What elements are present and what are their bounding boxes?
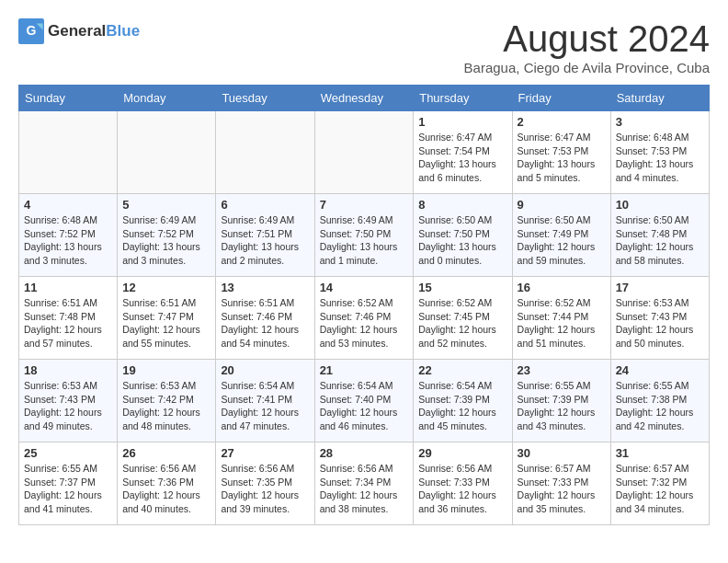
calendar-week-row: 18Sunrise: 6:53 AM Sunset: 7:43 PM Dayli… bbox=[19, 360, 710, 442]
day-info: Sunrise: 6:52 AM Sunset: 7:45 PM Dayligh… bbox=[418, 296, 506, 350]
day-number: 7 bbox=[320, 198, 409, 212]
day-info: Sunrise: 6:57 AM Sunset: 7:32 PM Dayligh… bbox=[616, 462, 704, 516]
calendar-cell: 29Sunrise: 6:56 AM Sunset: 7:33 PM Dayli… bbox=[414, 442, 512, 525]
day-number: 4 bbox=[24, 198, 112, 212]
column-header-saturday: Saturday bbox=[610, 86, 709, 111]
day-info: Sunrise: 6:51 AM Sunset: 7:46 PM Dayligh… bbox=[221, 296, 309, 350]
day-info: Sunrise: 6:55 AM Sunset: 7:37 PM Dayligh… bbox=[24, 462, 112, 516]
day-number: 21 bbox=[320, 363, 409, 377]
calendar-cell bbox=[19, 111, 118, 194]
day-number: 1 bbox=[418, 115, 506, 129]
day-number: 15 bbox=[418, 281, 506, 294]
logo-blue: Blue bbox=[106, 22, 140, 40]
calendar-cell: 22Sunrise: 6:54 AM Sunset: 7:39 PM Dayli… bbox=[414, 360, 512, 442]
calendar-cell: 23Sunrise: 6:55 AM Sunset: 7:39 PM Dayli… bbox=[512, 360, 610, 442]
calendar-header-row: SundayMondayTuesdayWednesdayThursdayFrid… bbox=[19, 86, 710, 111]
day-info: Sunrise: 6:50 AM Sunset: 7:48 PM Dayligh… bbox=[616, 213, 704, 268]
calendar-cell: 18Sunrise: 6:53 AM Sunset: 7:43 PM Dayli… bbox=[19, 360, 118, 442]
day-info: Sunrise: 6:49 AM Sunset: 7:51 PM Dayligh… bbox=[221, 213, 309, 268]
day-info: Sunrise: 6:47 AM Sunset: 7:53 PM Dayligh… bbox=[518, 131, 606, 185]
calendar-cell bbox=[314, 111, 414, 194]
calendar-cell: 6Sunrise: 6:49 AM Sunset: 7:51 PM Daylig… bbox=[216, 194, 314, 277]
column-header-sunday: Sunday bbox=[19, 86, 118, 111]
calendar-cell: 3Sunrise: 6:48 AM Sunset: 7:53 PM Daylig… bbox=[610, 111, 709, 194]
day-info: Sunrise: 6:55 AM Sunset: 7:39 PM Dayligh… bbox=[518, 379, 606, 433]
column-header-friday: Friday bbox=[512, 86, 610, 111]
calendar-cell: 11Sunrise: 6:51 AM Sunset: 7:48 PM Dayli… bbox=[19, 277, 118, 360]
day-info: Sunrise: 6:47 AM Sunset: 7:54 PM Dayligh… bbox=[418, 131, 506, 185]
day-number: 30 bbox=[518, 446, 606, 460]
calendar-cell: 10Sunrise: 6:50 AM Sunset: 7:48 PM Dayli… bbox=[610, 194, 709, 277]
calendar-cell bbox=[118, 111, 216, 194]
day-info: Sunrise: 6:54 AM Sunset: 7:41 PM Dayligh… bbox=[221, 379, 309, 433]
day-info: Sunrise: 6:50 AM Sunset: 7:50 PM Dayligh… bbox=[418, 213, 506, 268]
calendar-cell: 5Sunrise: 6:49 AM Sunset: 7:52 PM Daylig… bbox=[118, 194, 216, 277]
month-title: August 2024 bbox=[464, 18, 710, 60]
column-header-wednesday: Wednesday bbox=[314, 86, 414, 111]
day-info: Sunrise: 6:53 AM Sunset: 7:43 PM Dayligh… bbox=[24, 379, 112, 433]
day-number: 25 bbox=[24, 446, 112, 460]
day-number: 17 bbox=[616, 281, 704, 294]
calendar-cell: 8Sunrise: 6:50 AM Sunset: 7:50 PM Daylig… bbox=[414, 194, 512, 277]
day-number: 28 bbox=[320, 446, 409, 460]
calendar-cell: 16Sunrise: 6:52 AM Sunset: 7:44 PM Dayli… bbox=[512, 277, 610, 360]
calendar-cell bbox=[216, 111, 314, 194]
calendar-cell: 28Sunrise: 6:56 AM Sunset: 7:34 PM Dayli… bbox=[314, 442, 414, 525]
day-number: 13 bbox=[221, 281, 309, 294]
day-number: 16 bbox=[518, 281, 606, 294]
calendar-cell: 4Sunrise: 6:48 AM Sunset: 7:52 PM Daylig… bbox=[19, 194, 118, 277]
day-number: 5 bbox=[122, 198, 210, 212]
column-header-monday: Monday bbox=[118, 86, 216, 111]
day-info: Sunrise: 6:55 AM Sunset: 7:38 PM Dayligh… bbox=[616, 379, 704, 433]
calendar-week-row: 25Sunrise: 6:55 AM Sunset: 7:37 PM Dayli… bbox=[19, 442, 710, 525]
calendar-cell: 31Sunrise: 6:57 AM Sunset: 7:32 PM Dayli… bbox=[610, 442, 709, 525]
day-info: Sunrise: 6:48 AM Sunset: 7:52 PM Dayligh… bbox=[24, 213, 112, 268]
day-info: Sunrise: 6:56 AM Sunset: 7:34 PM Dayligh… bbox=[320, 462, 409, 516]
calendar-cell: 26Sunrise: 6:56 AM Sunset: 7:36 PM Dayli… bbox=[118, 442, 216, 525]
day-number: 26 bbox=[122, 446, 210, 460]
day-info: Sunrise: 6:56 AM Sunset: 7:33 PM Dayligh… bbox=[418, 462, 506, 516]
day-number: 31 bbox=[616, 446, 704, 460]
day-info: Sunrise: 6:51 AM Sunset: 7:48 PM Dayligh… bbox=[24, 296, 112, 350]
day-number: 20 bbox=[221, 363, 309, 377]
title-area: August 2024 Baragua, Ciego de Avila Prov… bbox=[464, 18, 710, 75]
day-number: 29 bbox=[418, 446, 506, 460]
day-number: 12 bbox=[122, 281, 210, 294]
day-info: Sunrise: 6:57 AM Sunset: 7:33 PM Dayligh… bbox=[518, 462, 606, 516]
calendar-cell: 15Sunrise: 6:52 AM Sunset: 7:45 PM Dayli… bbox=[414, 277, 512, 360]
calendar-cell: 27Sunrise: 6:56 AM Sunset: 7:35 PM Dayli… bbox=[216, 442, 314, 525]
calendar-week-row: 1Sunrise: 6:47 AM Sunset: 7:54 PM Daylig… bbox=[19, 111, 710, 194]
day-number: 14 bbox=[320, 281, 409, 294]
day-number: 11 bbox=[24, 281, 112, 294]
calendar-week-row: 11Sunrise: 6:51 AM Sunset: 7:48 PM Dayli… bbox=[19, 277, 710, 360]
calendar-cell: 25Sunrise: 6:55 AM Sunset: 7:37 PM Dayli… bbox=[19, 442, 118, 525]
day-info: Sunrise: 6:51 AM Sunset: 7:47 PM Dayligh… bbox=[122, 296, 210, 350]
calendar-cell: 13Sunrise: 6:51 AM Sunset: 7:46 PM Dayli… bbox=[216, 277, 314, 360]
calendar-cell: 7Sunrise: 6:49 AM Sunset: 7:50 PM Daylig… bbox=[314, 194, 414, 277]
calendar-week-row: 4Sunrise: 6:48 AM Sunset: 7:52 PM Daylig… bbox=[19, 194, 710, 277]
logo-general: General bbox=[48, 22, 106, 40]
calendar-cell: 30Sunrise: 6:57 AM Sunset: 7:33 PM Dayli… bbox=[512, 442, 610, 525]
day-info: Sunrise: 6:56 AM Sunset: 7:36 PM Dayligh… bbox=[122, 462, 210, 516]
day-number: 23 bbox=[518, 363, 606, 377]
logo-icon: G bbox=[18, 18, 44, 44]
calendar-cell: 9Sunrise: 6:50 AM Sunset: 7:49 PM Daylig… bbox=[512, 194, 610, 277]
calendar-cell: 2Sunrise: 6:47 AM Sunset: 7:53 PM Daylig… bbox=[512, 111, 610, 194]
day-info: Sunrise: 6:53 AM Sunset: 7:43 PM Dayligh… bbox=[616, 296, 704, 350]
day-info: Sunrise: 6:52 AM Sunset: 7:44 PM Dayligh… bbox=[518, 296, 606, 350]
day-number: 24 bbox=[616, 363, 704, 377]
day-number: 10 bbox=[616, 198, 704, 212]
day-number: 8 bbox=[418, 198, 506, 212]
day-number: 2 bbox=[518, 115, 606, 129]
calendar-cell: 24Sunrise: 6:55 AM Sunset: 7:38 PM Dayli… bbox=[610, 360, 709, 442]
svg-text:G: G bbox=[27, 23, 37, 38]
column-header-tuesday: Tuesday bbox=[216, 86, 314, 111]
logo: G GeneralBlue bbox=[18, 18, 140, 44]
day-info: Sunrise: 6:54 AM Sunset: 7:39 PM Dayligh… bbox=[418, 379, 506, 433]
column-header-thursday: Thursday bbox=[414, 86, 512, 111]
day-info: Sunrise: 6:49 AM Sunset: 7:50 PM Dayligh… bbox=[320, 213, 409, 268]
calendar-cell: 1Sunrise: 6:47 AM Sunset: 7:54 PM Daylig… bbox=[414, 111, 512, 194]
day-info: Sunrise: 6:52 AM Sunset: 7:46 PM Dayligh… bbox=[320, 296, 409, 350]
day-number: 19 bbox=[122, 363, 210, 377]
page-header: G GeneralBlue August 2024 Baragua, Ciego… bbox=[18, 18, 710, 75]
